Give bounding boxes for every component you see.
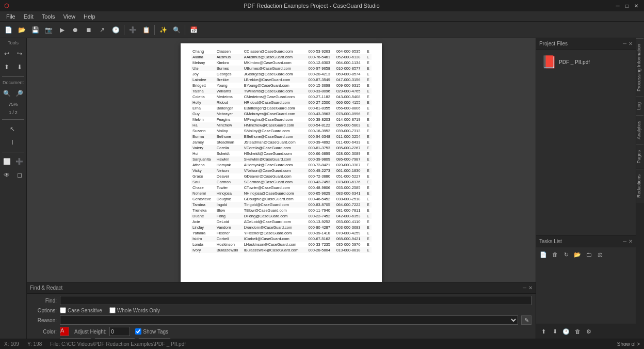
task-settings[interactable]: ⚙ [584, 326, 594, 337]
table-row: HollyRidoutHRidout@CaseGuard.com000-27-2… [191, 100, 372, 105]
whole-words-text: Whole Words Only [117, 308, 160, 313]
tasks-minimize[interactable]: ─ [623, 239, 626, 244]
task-refresh[interactable]: ↻ [561, 249, 571, 260]
show-tags-option[interactable]: Show Tags [135, 328, 168, 335]
task-scale[interactable]: ⚖ [595, 249, 605, 260]
options-label: Options: [31, 308, 57, 313]
right-sidebar-tabs: Processing Information Log Analytics Pag… [636, 38, 644, 339]
toolbar-open[interactable]: 📂 [15, 24, 28, 36]
right-main-content: Project Files ─ ✕ 📕 PDF _ PII.pdf Task [536, 38, 636, 339]
menu-view[interactable]: View [59, 11, 79, 22]
case-sensitive-option[interactable]: Case Sensitive [60, 307, 102, 313]
show-tags-checkbox[interactable] [135, 328, 141, 335]
task-down[interactable]: ⬇ [550, 326, 560, 337]
toolbar-calendar[interactable]: 📅 [187, 24, 200, 36]
toolbar-camera[interactable]: 📷 [42, 24, 55, 36]
file-item-pdf[interactable]: 📕 PDF _ PII.pdf [539, 53, 633, 71]
tool-eye[interactable]: 👁 [1, 169, 13, 181]
tasks-content [536, 262, 636, 324]
tab-processing-info[interactable]: Processing Information [636, 38, 644, 97]
find-input[interactable] [60, 296, 532, 305]
task-trash[interactable]: 🗑 [572, 326, 583, 337]
toolbar-stop[interactable]: ⏹ [83, 24, 95, 36]
table-row: TrenekaBlowTBlow@CaseGuard.com000-11-794… [191, 208, 372, 213]
tools-section: Tools ↩ ↪ ⬆ ⬇ [1, 40, 25, 73]
table-row: LindayVandornLVandorn@CaseGuard.com000-8… [191, 225, 372, 230]
toolbar-video[interactable]: ▶ [56, 24, 68, 36]
table-row: HuiScheidtHScheidt@CaseGuard.com000-66-6… [191, 151, 372, 156]
task-delete[interactable]: 🗑 [550, 249, 560, 260]
close-button[interactable]: ✕ [633, 2, 640, 9]
tools-label: Tools [1, 40, 25, 45]
whole-words-option[interactable]: Whole Words Only [109, 307, 160, 313]
toolbar-add[interactable]: ➕ [126, 24, 139, 36]
tool-undo[interactable]: ↩ [1, 47, 13, 60]
tasks-close[interactable]: ✕ [629, 239, 633, 244]
table-row: IsidroCorbellICorbell@CaseGuard.com000-6… [191, 236, 372, 242]
table-row: TambraIngoldTIngold@CaseGuard.com000-83-… [191, 202, 372, 208]
toolbar-find[interactable]: 🔍 [170, 24, 183, 36]
page-current: 1 [9, 110, 11, 115]
toolbar-new[interactable]: 📄 [2, 24, 14, 36]
x-coord: X: 109 [4, 341, 19, 347]
tab-pages[interactable]: Pages [636, 145, 644, 169]
reason-edit-btn[interactable]: ✎ [521, 315, 532, 325]
table-row: BridgettYoungBYoung@CaseGuard.com000-15-… [191, 83, 372, 88]
tool-select[interactable]: ↖ [1, 123, 24, 135]
table-row: AthenaHomyakAHomyak@CaseGuard.com000-72-… [191, 162, 372, 168]
toolbar-pdf[interactable]: 📋 [140, 24, 152, 36]
tool-redo[interactable]: ↪ [14, 47, 26, 60]
maximize-button[interactable]: □ [623, 2, 631, 9]
task-new[interactable]: 📄 [538, 249, 549, 260]
project-files-minimize[interactable]: ─ [623, 41, 626, 46]
tool-pointer[interactable]: I [1, 136, 24, 149]
table-row: AlainaAusmusAAusmus@CaseGuard.com000-76-… [191, 54, 372, 60]
table-row: DuaneFongDFong@CaseGuard.com000-22-74520… [191, 213, 372, 219]
whole-words-checkbox[interactable] [109, 307, 116, 313]
toolbar-export[interactable]: ↗ [96, 24, 108, 36]
tool-add-shape[interactable]: ➕ [14, 155, 26, 168]
show-all-text[interactable]: Show ol > [617, 341, 640, 347]
toolbar-record[interactable]: ⏺ [69, 24, 82, 36]
table-row: SaulGarmonSGarmon@CaseGuard.com000-42-74… [191, 179, 372, 185]
menu-bar: File Edit Tools View Help [0, 11, 644, 22]
menu-help[interactable]: Help [79, 11, 100, 22]
table-row: YahairaFleenerYFleener@CaseGuard.com000-… [191, 230, 372, 236]
tool-zoom-in[interactable]: 🔎 [14, 87, 26, 100]
tab-analytics[interactable]: Analytics [636, 115, 644, 145]
tool-zoom-out[interactable]: 🔍 [1, 87, 13, 100]
task-history[interactable]: 🕐 [561, 326, 571, 337]
table-row: LairoleeBrekkeLBrekke@CaseGuard.com000-8… [191, 77, 372, 83]
tool-hide[interactable]: ◻ [14, 169, 26, 181]
panel-close-icon[interactable]: ✕ [528, 285, 533, 291]
minimize-button[interactable]: ─ [614, 2, 621, 9]
toolbar-save[interactable]: 💾 [29, 24, 41, 36]
tool-prev[interactable]: ⬆ [1, 61, 13, 73]
task-folder[interactable]: 🗀 [584, 249, 594, 260]
toolbar-history[interactable]: 🕐 [109, 24, 122, 36]
file-tree: 📕 PDF _ PII.pdf [536, 50, 636, 235]
table-row: ValeryCorellaVCorella@CaseGuard.com000-8… [191, 145, 372, 151]
toolbar-sep1 [124, 25, 124, 35]
reason-select[interactable] [60, 315, 518, 325]
adjust-height-input[interactable] [109, 327, 130, 336]
tool-shapes[interactable]: ⬜ [1, 155, 13, 168]
lp-sep3 [2, 152, 24, 152]
task-open[interactable]: 📂 [572, 249, 583, 260]
tool-next[interactable]: ⬇ [14, 61, 26, 73]
project-files-close[interactable]: ✕ [629, 41, 633, 46]
task-up[interactable]: ⬆ [538, 326, 549, 337]
color-picker[interactable]: A [60, 327, 69, 336]
case-sensitive-checkbox[interactable] [60, 307, 66, 313]
table-row: TaishaWilliamsTWilliams@CaseGuard.com000… [191, 88, 372, 94]
tab-log[interactable]: Log [636, 97, 644, 115]
toolbar-magic[interactable]: ✨ [157, 24, 169, 36]
menu-edit[interactable]: Edit [20, 11, 38, 22]
table-row: SuzannMolloySMolloy@CaseGuard.com000-16-… [191, 128, 372, 134]
tab-redactions[interactable]: Redactions [636, 169, 644, 203]
table-row: JameySteadmanJSteadman@CaseGuard.com000-… [191, 139, 372, 145]
menu-file[interactable]: File [2, 11, 20, 22]
panel-minimize-icon[interactable]: ─ [523, 285, 526, 291]
tasks-section: Tasks List ─ ✕ 📄 🗑 ↻ 📂 🗀 ⚖ [536, 235, 636, 324]
menu-tools[interactable]: Tools [38, 11, 59, 22]
